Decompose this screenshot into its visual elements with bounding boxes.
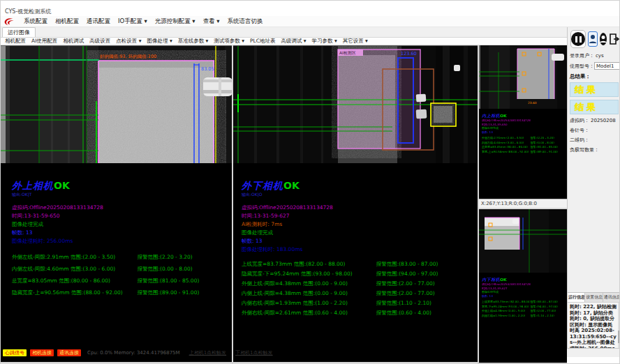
pixel-coords-bar: X:267;Y:13;R:0;G:0;B:0 bbox=[479, 199, 567, 208]
menu-camera-config[interactable]: 相机配置 bbox=[55, 17, 79, 26]
logout-door-icon bbox=[609, 33, 620, 45]
measurement-row: 上线宽度=83.73mm 范围:(82.00 - 88.00)报警范围:(83.… bbox=[242, 259, 478, 269]
camera-title: 外上相机 bbox=[12, 180, 54, 191]
tool-other-settings[interactable]: 其它设置 ▾ bbox=[343, 38, 368, 45]
result-text-outer-upper: 外上相机OK 输出:OK|T 虚拟码:Offline20250208133134… bbox=[1, 163, 232, 362]
qr-code-label: 二维码： bbox=[570, 137, 589, 144]
model-input[interactable] bbox=[594, 62, 620, 70]
ai-zone-label: AI检测区 bbox=[339, 50, 356, 55]
tool-spotcheck-settings[interactable]: 点检设置 ▾ bbox=[116, 38, 141, 45]
menu-view[interactable]: 查看 ▾ bbox=[203, 17, 220, 26]
tool-test-params[interactable]: 测试项参数 ▾ bbox=[214, 38, 244, 45]
barcode-line: 虚拟码:Offline20250208133134728 bbox=[242, 204, 478, 212]
frames-line: 帧数: 13 bbox=[242, 237, 478, 245]
measure-label-left: 83.05 bbox=[201, 66, 214, 72]
measurement-rows: 上线宽度=83.73mm 范围:(82.00 - 88.00)报警范围:(83.… bbox=[242, 259, 478, 318]
tool-ai-config[interactable]: AI使用配置 bbox=[31, 38, 57, 45]
ai-time-line: AI检测耗时: 7ms bbox=[242, 220, 478, 229]
pause-button[interactable] bbox=[570, 30, 586, 48]
right-sidebar: 登录用户： cys 使用型号： 总结果： 结果 结果 虚拟码： 20250208… bbox=[567, 27, 620, 348]
measurement-row: 外侧右线-间隙=2.61mm 范围:(0.60 - 4.00)报警范围:(0.6… bbox=[242, 308, 478, 318]
runtime-stats-text: 耗时: 222, 缺陷检测耗时: 17, 缺陷分类耗时: 0, 缺陷提取分区耗时… bbox=[568, 302, 620, 348]
result-box-1: 结果 bbox=[570, 82, 619, 97]
write-count-row: 负极写数量： bbox=[568, 145, 620, 155]
tab-strip: 运行图像 bbox=[1, 27, 567, 38]
camera-image-inner-lower[interactable] bbox=[479, 209, 567, 273]
camera-ok-status: OK bbox=[283, 180, 300, 191]
result-text-outer-lower: 外下相机OK 输出:OK|O 虚拟码:Offline20250208133134… bbox=[233, 163, 478, 362]
small-camera-column: 23.60 内上相机OK 虚拟码:Offline2025020813313472… bbox=[479, 45, 567, 364]
menu-system-config[interactable]: 系统配置 bbox=[24, 17, 47, 26]
tool-plc-address[interactable]: PLC地址表 bbox=[250, 38, 275, 45]
measurement-row: 总宽度=83.05mm 范围:(80.00 - 86.00)报警范围:(81.0… bbox=[12, 275, 232, 287]
person-gear-icon bbox=[600, 35, 607, 43]
measurement-row: 外侧上线-间隙=4.38mm 范围:(0.00 - 9.00)报警范围:(2.0… bbox=[242, 279, 478, 289]
tool-image-processing[interactable]: 图像处理 ▾ bbox=[147, 38, 172, 45]
tool-advanced-settings[interactable]: 高级设置 bbox=[89, 38, 110, 45]
camera-connection-badge: 相机连接 bbox=[30, 349, 54, 356]
upper-camera-trigger-link[interactable]: 上相机1点检触发 bbox=[189, 349, 226, 356]
account-settings-button[interactable] bbox=[600, 33, 607, 45]
window-title: CYS-视觉检测系统 bbox=[5, 8, 51, 15]
user-login-button[interactable] bbox=[588, 31, 598, 47]
barcode-line: 虚拟码:Offline20250208133134728 bbox=[12, 204, 232, 212]
measurement-row: 隐藏宽度-上=90.56mm 范围:(88.00 - 92.00)报警范围:(8… bbox=[12, 287, 232, 298]
result-text-inner-lower: 内下相机OK 虚拟码:Offline20250208133134728 时间:1… bbox=[479, 273, 567, 363]
time-line: 时间:13-31-59-627 bbox=[242, 212, 478, 220]
result-box-2: 结果 bbox=[570, 100, 619, 114]
result-text-inner-upper: 内上相机OK 虚拟码:Offline20250208133134728 时间:1… bbox=[479, 109, 567, 199]
menu-io-config[interactable]: IO手配置 ▾ bbox=[118, 17, 147, 26]
lower-camera-trigger-link[interactable]: 下相机1点检触发 bbox=[235, 349, 272, 356]
frames-line: 帧数: 13 bbox=[12, 229, 232, 237]
tool-camera-config[interactable]: 相机配置 bbox=[5, 38, 26, 45]
camera-image-outer-lower[interactable]: AI检测区 123.60 bbox=[233, 45, 478, 163]
tool-camera-debug[interactable]: 相机调试 bbox=[63, 38, 84, 45]
measurement-row: 内侧左线-间隙:4.60mm 范围:(3.00 - 6.00)报警范围:(0.0… bbox=[12, 263, 232, 275]
time-line: 时间:13-31-59-650 bbox=[12, 212, 232, 220]
camera-panel-inner-lower: 内下相机OK 虚拟码:Offline20250208133134728 时间:1… bbox=[479, 209, 567, 364]
login-user-row: 登录用户： cys bbox=[568, 51, 620, 61]
login-user-label: 登录用户： bbox=[570, 52, 594, 59]
roll-needle-row: 卷针号： bbox=[568, 126, 620, 135]
proc-time-line: 图像处理耗时: 183.00ms bbox=[242, 245, 478, 254]
total-result-label: 总结果： bbox=[568, 71, 620, 81]
tab-run-info[interactable]: 运行信息 bbox=[568, 293, 585, 302]
measurement-row: 内侧上线-间隙=4.38mm 范围:(0.00 - 9.00)报警范围:(2.0… bbox=[242, 289, 478, 298]
tool-advanced-debug[interactable]: 高级调试 ▾ bbox=[281, 38, 306, 45]
qr-code-row: 二维码： bbox=[568, 135, 620, 145]
cpu-memory-text: Cpu: 0.0% Memory: 3424.41796875M bbox=[87, 350, 180, 356]
virtual-code-value: 20250208 bbox=[591, 118, 616, 123]
camera-image-inner-upper[interactable]: 23.60 bbox=[479, 45, 567, 109]
tab-run-image[interactable]: 运行图像 bbox=[2, 27, 36, 37]
camera-panels: 83.05 好的阈值:93, 坏的阈值:100 bbox=[1, 45, 567, 364]
camera-output-flag: 输出:OK|O bbox=[242, 192, 478, 198]
write-count-label: 负极写数量： bbox=[570, 146, 599, 153]
exit-button[interactable] bbox=[609, 32, 620, 46]
menu-language-switch[interactable]: 系统语言切换 bbox=[228, 17, 263, 26]
login-user-value: cys bbox=[596, 53, 604, 59]
heartbeat-badge: 心跳信号 bbox=[3, 349, 27, 356]
mini-measure-label: 23.60 bbox=[528, 101, 537, 105]
tab-settings-info[interactable]: 设置信息 bbox=[585, 293, 603, 302]
menu-light-config[interactable]: 光源控制配置 ▾ bbox=[155, 17, 195, 26]
info-tabs: 运行信息 设置信息 通讯信息 bbox=[568, 292, 620, 302]
roll-needle-label: 卷针号： bbox=[570, 127, 589, 134]
measurement-rows: 外侧左线-间隙:2.91mm 范围:(2.00 - 3.50)报警范围:(2.2… bbox=[12, 251, 232, 298]
tab-comm-info[interactable]: 通讯信息 bbox=[603, 293, 620, 302]
camera-image-outer-upper[interactable]: 83.05 好的阈值:93, 坏的阈值:100 bbox=[1, 45, 232, 163]
model-row: 使用型号： bbox=[568, 61, 620, 71]
camera-panel-outer-upper: 83.05 好的阈值:93, 坏的阈值:100 bbox=[1, 45, 232, 364]
connector-part bbox=[203, 77, 232, 96]
virtual-code-label: 虚拟码： bbox=[570, 117, 589, 124]
app-window: CYS-视觉检测系统 系统配置 相机配置 通讯配置 IO手配置 ▾ 光源控制配置… bbox=[0, 0, 620, 364]
toolbar: 相机配置 AI使用配置 相机调试 高级设置 点检设置 ▾ 图像处理 ▾ 基准线参… bbox=[1, 38, 567, 45]
app-logo-icon bbox=[3, 17, 15, 26]
done-line: 图像处理完成 bbox=[12, 220, 232, 229]
menu-comm-config[interactable]: 通讯配置 bbox=[87, 17, 110, 26]
measurement-row: 外侧左线-间隙:2.91mm 范围:(2.00 - 3.50)报警范围:(2.2… bbox=[12, 251, 232, 263]
sidebar-buttons bbox=[568, 27, 620, 51]
tool-baseline-params[interactable]: 基准线参数 ▾ bbox=[178, 38, 209, 45]
tool-learning-params[interactable]: 学习参数 ▾ bbox=[312, 38, 337, 45]
comm-connection-badge: 通讯连接 bbox=[57, 349, 81, 356]
camera-output-flag: 输出:OK|T bbox=[12, 192, 232, 198]
